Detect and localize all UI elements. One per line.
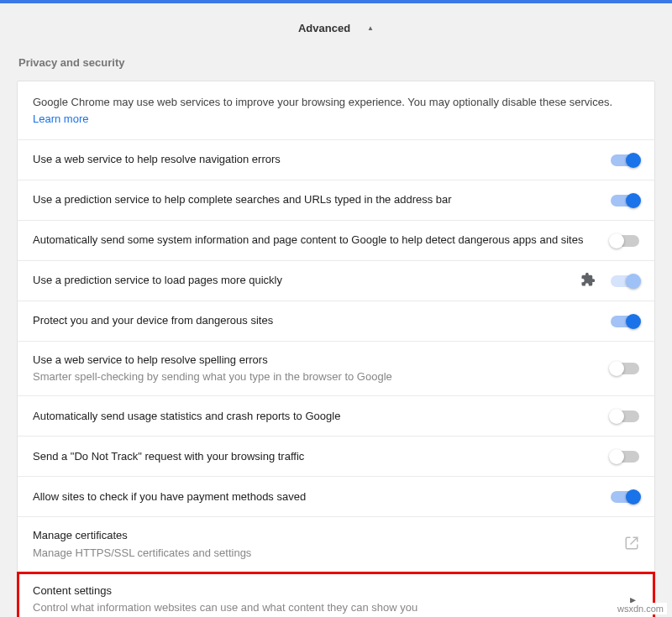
setting-subtitle: Manage HTTPS/SSL certificates and settin…	[33, 546, 611, 561]
setting-title: Use a web service to help resolve spelli…	[33, 353, 597, 368]
open-external-icon	[624, 536, 639, 553]
setting-row-do-not-track: Send a "Do Not Track" request with your …	[18, 437, 654, 477]
chevron-up-icon: ▲	[367, 24, 374, 32]
setting-title: Content settings	[33, 583, 613, 599]
learn-more-link[interactable]: Learn more	[33, 112, 88, 125]
setting-subtitle: Smarter spell-checking by sending what y…	[33, 369, 597, 384]
setting-row-send-system-info: Automatically send some system informati…	[18, 221, 654, 261]
privacy-card: Google Chrome may use web services to im…	[17, 81, 655, 617]
advanced-section-toggle[interactable]: Advanced ▲	[17, 3, 655, 56]
setting-title: Manage certificates	[33, 528, 611, 543]
setting-title: Automatically send usage statistics and …	[33, 409, 597, 424]
watermark: wsxdn.com	[614, 603, 667, 614]
toggle-payment-methods[interactable]	[611, 491, 639, 503]
intro-row: Google Chrome may use web services to im…	[18, 81, 654, 140]
setting-title: Use a prediction service to load pages m…	[33, 273, 567, 288]
section-title: Privacy and security	[17, 56, 655, 81]
setting-subtitle: Control what information websites can us…	[33, 600, 613, 615]
toggle-usage-stats[interactable]	[611, 410, 639, 422]
toggle-protect-device[interactable]	[611, 316, 639, 327]
extension-icon	[580, 272, 596, 290]
setting-row-prediction-searches: Use a prediction service to help complet…	[18, 180, 654, 221]
settings-container: Advanced ▲ Privacy and security Google C…	[0, 3, 672, 617]
toggle-do-not-track[interactable]	[611, 451, 639, 463]
manage-certificates-row[interactable]: Manage certificates Manage HTTPS/SSL cer…	[18, 517, 654, 572]
content-settings-row[interactable]: Content settings Control what informatio…	[18, 573, 654, 617]
setting-row-prediction-pages: Use a prediction service to load pages m…	[18, 261, 654, 301]
setting-row-spelling: Use a web service to help resolve spelli…	[18, 342, 654, 396]
setting-row-usage-stats: Automatically send usage statistics and …	[18, 396, 654, 437]
setting-title: Send a "Do Not Track" request with your …	[33, 449, 597, 464]
setting-title: Automatically send some system informati…	[33, 233, 597, 248]
toggle-navigation-errors[interactable]	[611, 154, 639, 166]
setting-title: Allow sites to check if you have payment…	[33, 489, 597, 505]
intro-text: Google Chrome may use web services to im…	[33, 96, 612, 108]
toggle-prediction-pages[interactable]	[611, 275, 639, 287]
setting-title: Protect you and your device from dangero…	[33, 313, 597, 328]
setting-row-navigation-errors: Use a web service to help resolve naviga…	[18, 140, 654, 180]
toggle-send-system-info[interactable]	[611, 235, 639, 247]
setting-title: Use a prediction service to help complet…	[33, 192, 597, 207]
toggle-spelling[interactable]	[611, 363, 639, 374]
advanced-label: Advanced	[298, 22, 350, 34]
toggle-prediction-searches[interactable]	[611, 195, 639, 207]
setting-row-payment-methods: Allow sites to check if you have payment…	[18, 477, 654, 517]
setting-row-protect-device: Protect you and your device from dangero…	[18, 301, 654, 342]
setting-title: Use a web service to help resolve naviga…	[33, 152, 597, 167]
